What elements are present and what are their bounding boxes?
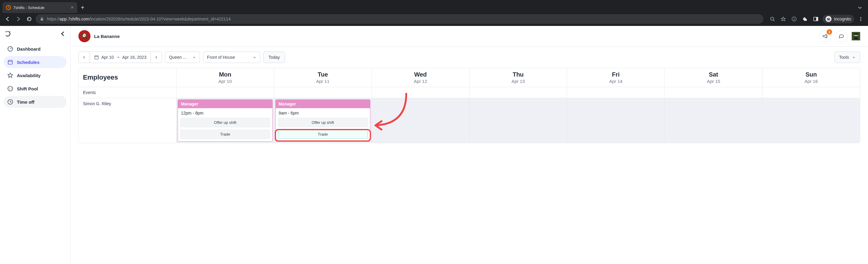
url-text: https://app.7shifts.com/location/292028/…: [47, 16, 231, 22]
chevron-down-icon: [253, 56, 256, 59]
messages-button[interactable]: [835, 30, 847, 42]
arrow-right-icon: [116, 56, 120, 59]
svg-point-9: [829, 19, 830, 20]
event-cell[interactable]: [567, 87, 665, 98]
announcements-button[interactable]: 1: [819, 30, 831, 42]
sidebar-collapse-button[interactable]: [60, 31, 65, 36]
shift-card[interactable]: Manager 9am - 6pm Offer up shift Trade: [275, 99, 370, 142]
reload-button[interactable]: [25, 14, 34, 24]
event-cell[interactable]: [665, 87, 763, 98]
browser-chrome: 7shifts - Schedule × + https://app.7shif…: [0, 0, 868, 26]
svg-point-2: [771, 17, 774, 20]
svg-rect-26: [857, 35, 857, 35]
incognito-icon: [826, 16, 832, 22]
calendar-icon: [94, 55, 99, 60]
sidebar-item-time-off[interactable]: Time off: [4, 96, 67, 108]
browser-menu-icon[interactable]: [857, 15, 865, 23]
day-header[interactable]: SunApr 16: [763, 68, 860, 87]
shift-card[interactable]: Manager 12pm - 8pm Offer up shift Trade: [178, 99, 273, 142]
date-segment: Apr 10 Apr 16, 2023: [79, 52, 162, 63]
sidebar-item-dashboard[interactable]: Dashboard: [4, 43, 67, 55]
location-name: La Bananne: [94, 34, 120, 39]
event-cell[interactable]: [763, 87, 860, 98]
tools-button[interactable]: Tools: [835, 52, 860, 63]
date-end: Apr 16, 2023: [122, 55, 146, 60]
trade-button[interactable]: Trade: [278, 130, 368, 139]
extensions-icon[interactable]: [801, 15, 809, 23]
day-header[interactable]: MonApr 10: [177, 68, 274, 87]
employee-name[interactable]: Simon G. Riley: [79, 98, 177, 143]
event-cell[interactable]: [470, 87, 567, 98]
event-cell[interactable]: [177, 87, 274, 98]
svg-point-11: [861, 19, 861, 20]
location-avatar-icon: 🍳: [79, 30, 91, 42]
incognito-indicator[interactable]: Incognito: [823, 15, 854, 23]
sidebar-item-schedules[interactable]: Schedules: [4, 56, 67, 68]
app-logo-icon[interactable]: [5, 30, 12, 37]
back-button[interactable]: [3, 14, 12, 24]
location-filter-dropdown[interactable]: Queen …: [165, 52, 200, 63]
sidebar-item-shift-pool[interactable]: Shift Pool: [4, 82, 67, 95]
url-input[interactable]: https://app.7shifts.com/location/292028/…: [36, 14, 763, 24]
event-cell[interactable]: [372, 87, 470, 98]
shift-cell[interactable]: Manager 12pm - 8pm Offer up shift Trade: [177, 98, 274, 143]
offer-up-shift-button[interactable]: Offer up shift: [278, 118, 368, 127]
date-range-picker[interactable]: Apr 10 Apr 16, 2023: [90, 52, 151, 63]
employee-row: Simon G. Riley Manager 12pm - 8pm Offer …: [79, 98, 860, 143]
department-filter-value: Front of House: [207, 55, 235, 60]
employees-header: Employees: [79, 68, 177, 87]
sidepanel-icon[interactable]: [812, 15, 820, 23]
new-tab-button[interactable]: +: [81, 4, 85, 11]
user-avatar[interactable]: [852, 32, 860, 40]
today-button[interactable]: Today: [263, 52, 285, 63]
favicon-icon: [6, 5, 11, 10]
shift-cell[interactable]: [665, 98, 763, 143]
sidebar: Dashboard Schedules Availability Shift P…: [0, 26, 70, 264]
forward-button[interactable]: [14, 14, 23, 24]
svg-rect-28: [95, 56, 98, 59]
svg-rect-24: [854, 33, 858, 35]
info-icon[interactable]: [790, 15, 798, 23]
app-shell: Dashboard Schedules Availability Shift P…: [0, 26, 868, 264]
shift-cell[interactable]: [372, 98, 470, 143]
svg-rect-1: [41, 19, 43, 21]
day-header[interactable]: WedApr 12: [372, 68, 470, 87]
shift-cell[interactable]: [567, 98, 665, 143]
shift-cell[interactable]: Manager 9am - 6pm Offer up shift Trade: [274, 98, 372, 143]
tab-bar: 7shifts - Schedule × +: [0, 0, 868, 13]
chevron-down-icon: [192, 56, 196, 59]
offer-up-shift-button[interactable]: Offer up shift: [180, 118, 270, 127]
search-url-icon[interactable]: [768, 15, 777, 23]
day-header[interactable]: ThuApr 13: [470, 68, 567, 87]
prev-week-button[interactable]: [79, 52, 90, 63]
event-cell[interactable]: [274, 87, 372, 98]
sidebar-item-availability[interactable]: Availability: [4, 69, 67, 81]
close-tab-icon[interactable]: ×: [71, 5, 73, 10]
department-filter-dropdown[interactable]: Front of House: [203, 52, 260, 63]
callout-arrow-icon: [370, 92, 412, 134]
shift-role: Manager: [276, 100, 370, 108]
svg-point-8: [827, 19, 829, 20]
chevron-down-icon: [852, 56, 856, 59]
svg-point-10: [861, 17, 861, 18]
incognito-label: Incognito: [834, 16, 851, 22]
shift-time: 12pm - 8pm: [178, 108, 272, 118]
day-header[interactable]: TueApr 11: [274, 68, 372, 87]
bookmark-icon[interactable]: [779, 15, 787, 23]
svg-point-20: [11, 89, 11, 90]
tools-label: Tools: [839, 55, 849, 60]
shift-cell[interactable]: [763, 98, 860, 143]
next-week-button[interactable]: [151, 52, 162, 63]
browser-tab[interactable]: 7shifts - Schedule ×: [2, 2, 77, 13]
sidebar-item-label: Availability: [17, 73, 41, 78]
svg-point-19: [9, 89, 10, 90]
day-header[interactable]: SatApr 15: [665, 68, 763, 87]
location-selector[interactable]: 🍳 La Bananne: [79, 30, 120, 42]
tabs-menu-icon[interactable]: [858, 5, 862, 10]
svg-rect-7: [816, 17, 818, 21]
events-row: Events: [79, 87, 860, 98]
svg-rect-13: [5, 31, 10, 32]
shift-cell[interactable]: [470, 98, 567, 143]
day-header[interactable]: FriApr 14: [567, 68, 665, 87]
trade-button[interactable]: Trade: [180, 130, 270, 139]
